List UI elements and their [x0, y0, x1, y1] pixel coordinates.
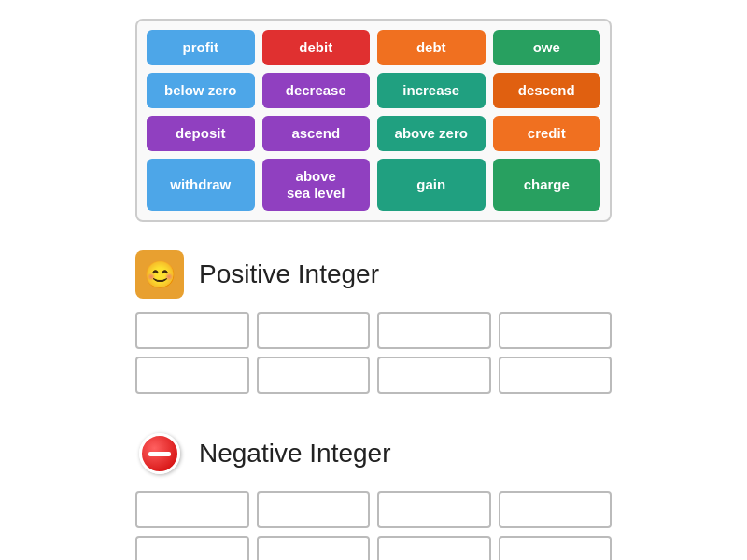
drop-cell[interactable] — [257, 312, 371, 349]
word-chip-debt[interactable]: debt — [377, 30, 486, 65]
drop-cell[interactable] — [377, 491, 491, 528]
drop-cell[interactable] — [257, 491, 371, 528]
word-chip-profit[interactable]: profit — [147, 30, 255, 65]
word-chip-descend[interactable]: descend — [493, 73, 601, 108]
word-chip-above-zero[interactable]: above zero — [377, 116, 486, 151]
drop-cell[interactable] — [499, 536, 613, 560]
positive-drop-row2 — [135, 357, 612, 394]
drop-cell[interactable] — [377, 312, 491, 349]
negative-drop-row1 — [135, 491, 612, 528]
word-chip-deposit[interactable]: deposit — [147, 116, 255, 151]
word-chip-decrease[interactable]: decrease — [262, 73, 371, 108]
negative-icon — [135, 429, 184, 478]
negative-section: Negative Integer — [135, 429, 612, 560]
minus-bar — [148, 452, 171, 456]
positive-section: 😊 Positive Integer — [135, 250, 612, 401]
drop-cell[interactable] — [135, 536, 249, 560]
word-chip-charge[interactable]: charge — [493, 159, 601, 211]
drop-cell[interactable] — [499, 312, 613, 349]
word-chip-below-zero[interactable]: below zero — [147, 73, 255, 108]
drop-cell[interactable] — [377, 536, 491, 560]
negative-header: Negative Integer — [135, 429, 612, 478]
drop-cell[interactable] — [135, 491, 249, 528]
word-chip-withdraw[interactable]: withdraw — [147, 159, 255, 211]
drop-cell[interactable] — [257, 357, 371, 394]
minus-circle-icon — [139, 433, 180, 474]
word-chip-debit[interactable]: debit — [262, 30, 371, 65]
word-chip-above-sea[interactable]: above sea level — [262, 159, 371, 211]
drop-cell[interactable] — [499, 491, 613, 528]
main-container: profitdebitdebtowebelow zerodecreaseincr… — [0, 0, 747, 560]
positive-title: Positive Integer — [199, 259, 379, 289]
negative-title: Negative Integer — [199, 439, 390, 469]
drop-cell[interactable] — [135, 312, 249, 349]
word-chip-increase[interactable]: increase — [377, 73, 486, 108]
drop-cell[interactable] — [499, 357, 613, 394]
positive-header: 😊 Positive Integer — [135, 250, 612, 299]
positive-drop-row1 — [135, 312, 612, 349]
word-bank-grid: profitdebitdebtowebelow zerodecreaseincr… — [147, 30, 600, 211]
drop-cell[interactable] — [377, 357, 491, 394]
word-chip-owe[interactable]: owe — [493, 30, 601, 65]
word-chip-gain[interactable]: gain — [377, 159, 486, 211]
negative-drop-row2 — [135, 536, 612, 560]
drop-cell[interactable] — [135, 357, 249, 394]
positive-icon: 😊 — [135, 250, 184, 299]
word-bank: profitdebitdebtowebelow zerodecreaseincr… — [135, 19, 612, 222]
drop-cell[interactable] — [257, 536, 371, 560]
word-chip-ascend[interactable]: ascend — [262, 116, 371, 151]
word-chip-credit[interactable]: credit — [493, 116, 601, 151]
